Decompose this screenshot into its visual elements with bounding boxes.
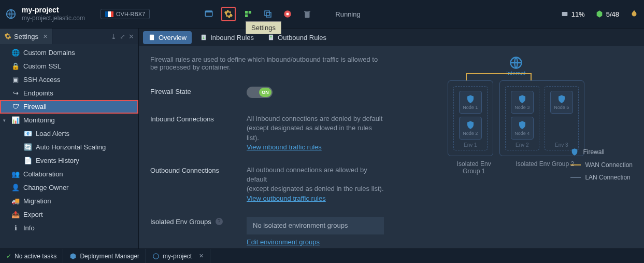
gear-icon [4,33,11,40]
svg-point-15 [153,253,159,259]
outbound-text-2: (except designated as denied in the rule… [247,185,384,192]
iso-groups-label: Isolated Env Groups? [150,217,247,247]
legend-firewall: Firewall [570,148,633,156]
tree-item-export[interactable]: 📤Export [0,208,138,222]
deployment-manager-tab[interactable]: Deployment Manager [63,249,146,263]
node-5: Node 5 [550,91,573,114]
node-3: Node 3 [511,91,534,114]
iso-group-1: Node 1 Node 2 Env 1 [448,80,493,156]
delete-button[interactable] [300,7,314,21]
usage-stats: 11% 5/48 [561,9,639,19]
tree-item-firewall[interactable]: 🛡Firewall [0,100,138,114]
open-in-browser-button[interactable] [202,7,216,21]
group-1-label: Isolated Env Group 1 [448,160,500,175]
outbound-label: Outbound Connections [150,165,247,203]
node-1: Node 1 [459,91,482,114]
env-1: Node 1 Node 2 Env 1 [453,86,488,150]
iso-groups-placeholder: No isolated environment groups [247,217,384,234]
help-icon[interactable]: ? [216,218,223,225]
tree-item-events-history[interactable]: 📄Events History [0,154,138,168]
project-domain: my-project.jelastic.com [22,15,85,22]
svg-rect-6 [265,11,269,16]
clone-button[interactable] [261,7,275,21]
expand-icon[interactable]: ⤢ [120,33,125,40]
project-name: my-project [22,6,85,15]
shield-icon: 🛡 [11,103,20,111]
node-4: Node 4 [511,117,534,140]
alert-icon: 📧 [24,130,32,138]
export-icon: 📤 [11,211,20,219]
top-bar: my-project my-project.jelastic.com OVH-R… [0,0,644,29]
settings-tree: 🌐Custom Domains 🔒Custom SSL ▣SSH Access … [0,44,138,248]
overview-description: Firewall rules are used to define which … [150,56,384,71]
check-icon: ✓ [6,253,11,260]
inbound-label: Inbound Connections [150,114,247,152]
panel-tools: ⤓ ⤢ ✕ [111,33,138,40]
tree-item-auto-scaling[interactable]: 🔄Auto Horizontal Scaling [0,141,138,154]
cloudlet-usage[interactable]: 5/48 [595,10,619,18]
owner-icon: 👤 [11,184,20,192]
billing-icon[interactable] [629,9,639,19]
terminal-icon: ▣ [11,76,20,84]
iso-group-2: Node 3 Node 4 Env 2 Node 5 Env 3 [499,80,584,156]
outbound-rules-link[interactable]: View outbound traffic rules [247,195,326,202]
project-info[interactable]: my-project my-project.jelastic.com [22,6,85,22]
svg-rect-7 [266,12,271,17]
action-toolbar [202,7,314,21]
settings-sidebar: Settings ✕ ⤓ ⤢ ✕ 🌐Custom Domains 🔒Custom… [0,29,139,248]
chart-icon: 📊 [11,116,20,124]
info-icon: ℹ [11,224,20,232]
firewall-state-toggle[interactable]: ON [247,87,273,98]
diagram-legend: Firewall WAN Connection LAN Connection [570,148,633,181]
legend-wan: WAN Connection [570,161,633,169]
tree-item-ssh-access[interactable]: ▣SSH Access [0,73,138,87]
history-icon: 📄 [24,157,32,165]
outbound-text-1: All outbound connections are allowed by … [247,166,367,183]
tree-item-migration[interactable]: 🚚Migration [0,195,138,208]
tasks-tab[interactable]: ✓No active tasks [0,249,63,263]
stop-button[interactable] [280,7,295,21]
outbound-icon [267,34,275,41]
change-topology-button[interactable] [241,7,255,21]
sidebar-tab-settings[interactable]: Settings ✕ [0,29,52,44]
toggle-on-label: ON [259,88,271,97]
legend-lan: LAN Connection [570,174,633,181]
content-area: Overview Inbound Rules Outbound Rules Fi… [139,29,644,248]
tree-item-info[interactable]: ℹInfo [0,222,138,235]
tree-item-change-owner[interactable]: 👤Change Owner [0,181,138,195]
inbound-text-1: All inbound connections are denied by de… [247,115,382,122]
project-tab[interactable]: my-project✕ [146,249,210,263]
tree-item-custom-ssl[interactable]: 🔒Custom SSL [0,60,138,73]
svg-rect-9 [287,13,289,16]
flag-icon [105,11,113,17]
download-icon[interactable]: ⤓ [111,33,117,40]
inbound-text-2: (except designated as allowed in the rul… [247,124,372,141]
region-selector[interactable]: OVH-RBX7 [101,9,150,19]
inbound-rules-link[interactable]: View inbound traffic rules [247,143,322,151]
close-icon[interactable]: ✕ [43,33,48,40]
disk-usage[interactable]: 11% [561,10,585,18]
environment-icon [5,8,17,20]
edit-env-groups-link[interactable]: Edit environment groups [247,238,320,246]
firewall-tabs: Overview Inbound Rules Outbound Rules [139,29,644,46]
tree-item-load-alerts[interactable]: 📧Load Alerts [0,127,138,141]
tree-item-monitoring[interactable]: 📊Monitoring [0,114,138,127]
firewall-state-label: Firewall State [150,87,247,101]
settings-button[interactable] [221,7,236,21]
tree-item-endpoints[interactable]: ↪Endpoints [0,87,138,100]
svg-rect-4 [249,11,251,13]
bottom-bar: ✓No active tasks Deployment Manager my-p… [0,248,644,263]
svg-rect-3 [245,11,248,13]
sidebar-tab-bar: Settings ✕ ⤓ ⤢ ✕ [0,29,138,44]
inbound-icon [200,34,207,41]
env-2: Node 3 Node 4 Env 2 [505,86,539,150]
svg-rect-11 [150,35,154,40]
close-icon[interactable]: ✕ [199,253,204,259]
tab-overview[interactable]: Overview [143,31,192,44]
close-panel-icon[interactable]: ✕ [128,33,134,40]
tree-item-collaboration[interactable]: 👥Collaboration [0,168,138,181]
node-2: Node 2 [459,117,482,140]
tree-item-custom-domains[interactable]: 🌐Custom Domains [0,46,138,60]
package-icon [69,253,77,260]
overview-form: Firewall rules are used to define which … [150,56,384,239]
